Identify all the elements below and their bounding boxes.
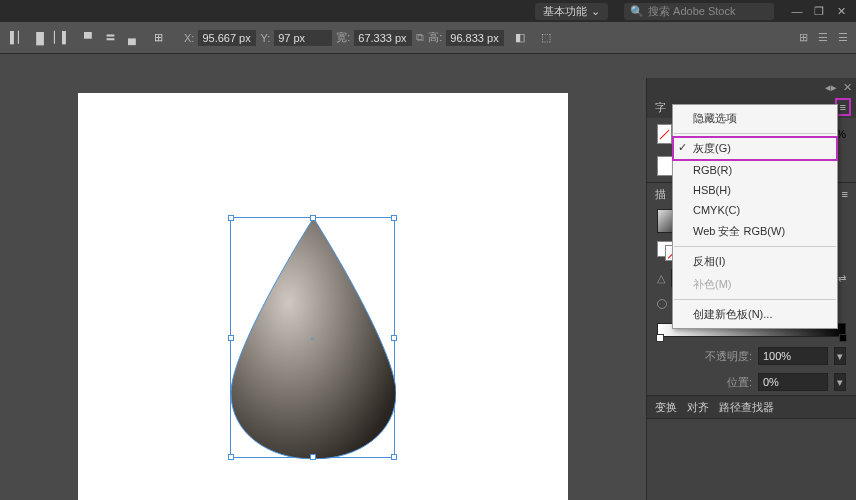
handle-br[interactable]: [391, 454, 397, 460]
menu-hide-options[interactable]: 隐藏选项: [673, 107, 837, 130]
link-wh-icon[interactable]: ⧉: [416, 31, 424, 44]
menu-icon[interactable]: ☰: [838, 31, 848, 44]
search-icon: 🔍: [630, 5, 644, 18]
menu-new-swatch[interactable]: 创建新色板(N)...: [673, 303, 837, 326]
selection-bounds[interactable]: ×: [230, 217, 395, 458]
handle-tl[interactable]: [228, 215, 234, 221]
w-field[interactable]: [354, 30, 412, 46]
angle-icon: △: [657, 272, 665, 285]
menu-invert[interactable]: 反相(I): [673, 250, 837, 273]
align-center-icon[interactable]: ▐▌: [30, 28, 50, 48]
position-dd[interactable]: ▾: [834, 373, 846, 391]
x-label: X:: [184, 32, 194, 44]
h-label: 高:: [428, 30, 442, 45]
gradient-stop-left[interactable]: [656, 334, 664, 342]
align-right-icon[interactable]: ▏▌: [52, 28, 72, 48]
panel-menu-icon-2[interactable]: ≡: [842, 188, 848, 200]
y-label: Y:: [260, 32, 270, 44]
reverse-gradient-icon[interactable]: ⇄: [838, 273, 846, 284]
menu-cmyk[interactable]: CMYK(C): [673, 200, 837, 220]
x-field[interactable]: [198, 30, 256, 46]
panel-menu-icon[interactable]: ≡: [838, 101, 848, 113]
handle-ml[interactable]: [228, 335, 234, 341]
panel-double-arrow-icon[interactable]: ◂▸: [825, 81, 837, 94]
search-input[interactable]: 🔍 搜索 Adobe Stock: [624, 3, 774, 20]
align-middle-icon[interactable]: 〓: [100, 28, 120, 48]
h-field[interactable]: [446, 30, 504, 46]
stroke-panel-label[interactable]: 描: [655, 187, 666, 202]
position-field[interactable]: 0%: [758, 373, 828, 391]
workspace-switcher[interactable]: 基本功能 ⌄: [535, 3, 608, 20]
search-placeholder: 搜索 Adobe Stock: [648, 4, 735, 19]
canvas[interactable]: ×: [0, 78, 646, 500]
pathfinder-icon[interactable]: ⬚: [536, 28, 556, 48]
check-icon: ✓: [678, 141, 687, 154]
pathfinder-tab[interactable]: 路径查找器: [719, 400, 774, 415]
chevron-down-icon: ⌄: [591, 5, 600, 18]
transform-tab[interactable]: 变换: [655, 400, 677, 415]
handle-bm[interactable]: [310, 454, 316, 460]
center-marker: ×: [310, 333, 315, 342]
color-mode-menu: 隐藏选项 ✓ 灰度(G) RGB(R) HSB(H) CMYK(C) Web 安…: [672, 104, 838, 329]
opacity-field[interactable]: 100%: [758, 347, 828, 365]
minimize-button[interactable]: —: [788, 2, 806, 20]
menu-grayscale[interactable]: ✓ 灰度(G): [673, 137, 837, 160]
align-left-icon[interactable]: ▌▏: [8, 28, 28, 48]
opacity-label: 不透明度:: [705, 349, 752, 364]
handle-tr[interactable]: [391, 215, 397, 221]
reference-point-icon[interactable]: ⊞: [148, 28, 168, 48]
maximize-button[interactable]: ❐: [810, 2, 828, 20]
menu-rgb[interactable]: RGB(R): [673, 160, 837, 180]
workspace-label: 基本功能: [543, 4, 587, 19]
shape-mode-icon[interactable]: ◧: [510, 28, 530, 48]
align-bottom-icon[interactable]: ▄: [122, 28, 142, 48]
char-panel-tab[interactable]: 字: [655, 100, 666, 115]
handle-tm[interactable]: [310, 215, 316, 221]
align-top-icon[interactable]: ▀: [78, 28, 98, 48]
w-label: 宽:: [336, 30, 350, 45]
handle-mr[interactable]: [391, 335, 397, 341]
aspect-icon: [657, 299, 667, 309]
y-field[interactable]: [274, 30, 332, 46]
fill-swatch[interactable]: [657, 124, 672, 144]
close-button[interactable]: ✕: [832, 2, 850, 20]
gradient-stop-right[interactable]: [839, 334, 847, 342]
position-label: 位置:: [727, 375, 752, 390]
list-icon[interactable]: ☰: [818, 31, 828, 44]
artboard: ×: [78, 93, 568, 500]
opacity-dd[interactable]: ▾: [834, 347, 846, 365]
menu-hsb[interactable]: HSB(H): [673, 180, 837, 200]
menu-complement: 补色(M): [673, 273, 837, 296]
align-tab[interactable]: 对齐: [687, 400, 709, 415]
menu-web-rgb[interactable]: Web 安全 RGB(W): [673, 220, 837, 243]
handle-bl[interactable]: [228, 454, 234, 460]
panel-close-icon[interactable]: ✕: [843, 81, 852, 94]
grid-icon[interactable]: ⊞: [799, 31, 808, 44]
